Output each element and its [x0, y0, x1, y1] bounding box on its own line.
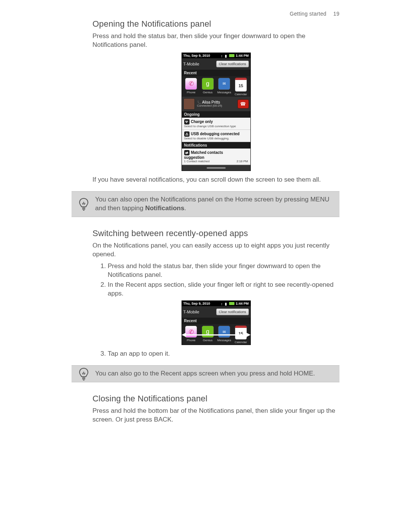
app-tile-messages[interactable]: ✉︎ Messages — [217, 78, 233, 96]
section-label-recent: Recent — [182, 70, 250, 76]
app-label: Messages — [217, 339, 231, 342]
end-call-button[interactable]: ☎ — [237, 99, 249, 109]
genius-icon: g — [202, 78, 214, 90]
panel-drag-handle[interactable] — [182, 165, 250, 171]
app-label: Messages — [217, 91, 231, 94]
tip-text: You can also open the Notifications pane… — [95, 196, 330, 212]
carrier-label: T-Mobile — [183, 62, 199, 66]
calendar-icon: 15 — [235, 78, 247, 92]
notification-charge-only[interactable]: ΨCharge only Select to change USB connec… — [182, 118, 250, 130]
lightbulb-icon — [78, 198, 89, 211]
svg-rect-0 — [82, 208, 85, 208]
arrow-right-icon: ▶ — [246, 331, 250, 337]
recent-apps-row[interactable]: ✆ Phone g Genius ✉︎ Messages 15 Calendar — [182, 76, 250, 97]
list-item: Press and hold the status bar, then slid… — [108, 262, 339, 280]
status-time: 1:44 PM — [236, 302, 249, 305]
svg-rect-1 — [82, 209, 85, 209]
notif-subtitle: 1 Contact matched — [184, 160, 237, 163]
signal-icon: ▮ — [225, 302, 228, 305]
clear-notifications-button[interactable]: Clear notifications — [216, 308, 249, 315]
notif-subtitle: Select to change USB connection type — [184, 125, 248, 128]
status-icons: ↕ ▮ 1:44 PM — [221, 302, 249, 305]
tip-box: You can also open the Notifications pane… — [72, 191, 339, 217]
app-label: Calendar — [235, 93, 247, 96]
notification-matched-contacts[interactable]: ⇄Matched contacts suggestion 1 Contact m… — [182, 149, 250, 165]
svg-rect-2 — [83, 210, 84, 211]
app-label: Phone — [187, 91, 196, 94]
battery-icon — [229, 302, 234, 305]
app-tile-messages[interactable]: ✉︎ Messages — [217, 326, 233, 344]
svg-rect-3 — [82, 377, 85, 378]
lightbulb-icon — [78, 367, 89, 380]
carrier-row: T-Mobile Clear notifications — [182, 306, 250, 318]
usb-icon: Ψ — [184, 119, 190, 125]
heading-switching-apps: Switching between recently-opened apps — [92, 228, 339, 238]
section-label-notifications: Notifications — [182, 142, 250, 149]
app-tile-phone[interactable]: ✆ Phone — [183, 326, 199, 344]
sync-icon: ↕ — [221, 302, 224, 305]
carrier-row: T-Mobile Clear notifications — [182, 58, 250, 70]
contacts-icon: ⇄ — [184, 150, 190, 155]
call-duration: Connected (00:25) — [197, 104, 235, 108]
app-tile-genius[interactable]: g Genius — [200, 326, 216, 344]
arrow-left-icon: ◀ — [182, 331, 186, 337]
contact-avatar — [183, 98, 195, 110]
notif-title: Matched contacts suggestion — [184, 150, 223, 160]
list-item: Tap an app to open it. — [108, 350, 339, 358]
section-name: Getting started — [290, 11, 326, 17]
paragraph: Press and hold the status bar, then slid… — [92, 32, 339, 50]
app-label: Genius — [203, 91, 212, 94]
status-bar: Thu, Sep 9, 2010 ↕ ▮ 1:44 PM — [182, 53, 250, 58]
messages-icon: ✉︎ — [218, 326, 230, 338]
paragraph: If you have several notifications, you c… — [92, 176, 339, 184]
notification-usb-debugging[interactable]: ⚠USB debugging connected Select to disab… — [182, 130, 250, 142]
notif-subtitle: Select to disable USB debugging. — [184, 137, 248, 140]
list-item: In the Recent apps section, slide your f… — [108, 281, 339, 298]
phone-screenshot-notifications-panel: Thu, Sep 9, 2010 ↕ ▮ 1:44 PM T-Mobile Cl… — [182, 53, 251, 171]
signal-icon: ▮ — [225, 54, 228, 57]
genius-icon: g — [202, 326, 214, 338]
app-label: Genius — [203, 339, 212, 342]
section-label-ongoing: Ongoing — [182, 111, 250, 118]
app-label: Phone — [187, 339, 196, 342]
recent-apps-row-swipe[interactable]: ◀ ▶ ✆ Phone g Genius ✉︎ Messages 15 Cale… — [182, 324, 250, 345]
battery-icon — [229, 54, 234, 57]
status-date: Thu, Sep 9, 2010 — [183, 54, 210, 58]
tip-text: You can also go to the Recent apps scree… — [95, 370, 315, 377]
svg-rect-5 — [83, 380, 84, 380]
carrier-label: T-Mobile — [183, 310, 199, 314]
section-label-recent: Recent — [182, 318, 250, 324]
clear-notifications-button[interactable]: Clear notifications — [216, 61, 249, 67]
notif-title: USB debugging connected — [191, 132, 240, 136]
ordered-list: Tap an app to open it. — [92, 350, 339, 358]
calendar-icon: 15 — [235, 326, 247, 340]
status-date: Thu, Sep 9, 2010 — [183, 302, 210, 305]
svg-rect-4 — [82, 379, 85, 379]
active-call-row[interactable]: Alisa Pritts Connected (00:25) ☎ — [182, 97, 250, 111]
messages-icon: ✉︎ — [218, 78, 230, 90]
phone-icon: ✆ — [185, 78, 197, 90]
heading-opening-panel: Opening the Notifications panel — [92, 19, 339, 29]
app-label: Calendar — [235, 340, 247, 344]
tip-box: You can also go to the Recent apps scree… — [72, 365, 339, 382]
app-tile-calendar[interactable]: 15 Calendar — [233, 78, 249, 96]
phone-icon: ✆ — [185, 326, 197, 338]
warning-icon: ⚠ — [184, 131, 190, 137]
ordered-list: Press and hold the status bar, then slid… — [92, 262, 339, 299]
app-tile-genius[interactable]: g Genius — [200, 78, 216, 96]
notif-title: Charge only — [191, 120, 213, 124]
paragraph: On the Notifications panel, you can easi… — [92, 241, 339, 259]
status-time: 1:44 PM — [236, 54, 249, 58]
status-icons: ↕ ▮ 1:44 PM — [221, 54, 249, 58]
status-bar: Thu, Sep 9, 2010 ↕ ▮ 1:44 PM — [182, 301, 250, 306]
sync-icon: ↕ — [221, 54, 224, 57]
page-number: 19 — [333, 11, 339, 17]
app-tile-calendar[interactable]: 15 Calendar — [233, 326, 249, 344]
app-tile-phone[interactable]: ✆ Phone — [183, 78, 199, 96]
phone-screenshot-recent-apps: Thu, Sep 9, 2010 ↕ ▮ 1:44 PM T-Mobile Cl… — [182, 300, 251, 345]
page-header: Getting started 19 — [284, 11, 339, 17]
paragraph: Press and hold the bottom bar of the Not… — [92, 407, 339, 424]
heading-closing-panel: Closing the Notifications panel — [92, 394, 339, 404]
notif-time: 2:18 PM — [237, 160, 248, 163]
